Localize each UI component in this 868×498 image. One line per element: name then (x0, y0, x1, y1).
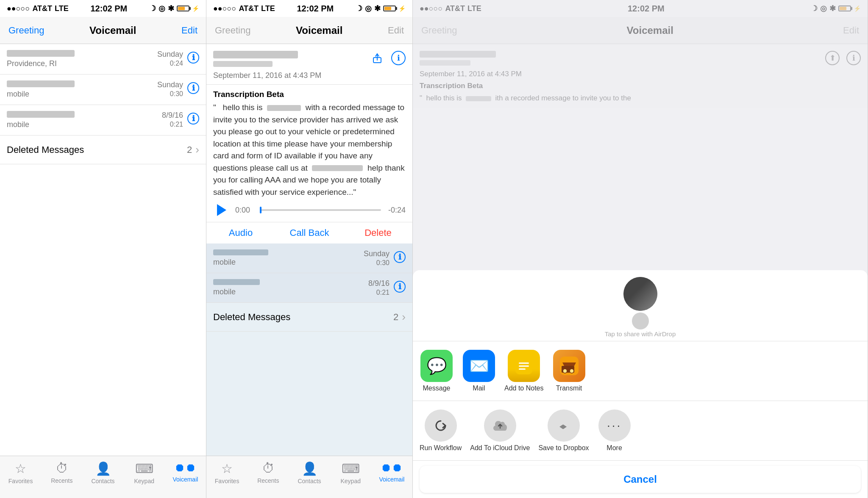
tab-contacts-mid[interactable]: 👤 Contacts (289, 461, 330, 484)
vm-item-3-info[interactable]: ℹ (187, 113, 199, 125)
vm-item-1-left: Providence, RI (7, 50, 157, 68)
vm-item-2-sub: mobile (7, 90, 29, 98)
voicemail-item-2[interactable]: mobile Sunday 0:30 ℹ (0, 75, 206, 105)
vm-list-item-1-dur: 0:30 (376, 259, 389, 267)
vm-list-item-1[interactable]: mobile Sunday 0:30 ℹ (206, 243, 412, 273)
battery-icon-mid (383, 6, 396, 11)
vm-item-1-info[interactable]: ℹ (187, 52, 199, 64)
svg-rect-3 (519, 362, 529, 364)
right-panel: ●●○○○ AT&T LTE 12:02 PM ☽ ◎ ✱ ⚡ Greeting… (413, 0, 868, 498)
share-icon-btn[interactable] (370, 51, 384, 65)
vm-item-1-dur: 0:24 (170, 60, 183, 67)
tab-keypad-left[interactable]: ⌨ Keypad (124, 461, 165, 484)
deleted-messages-label-left: Deleted Messages (7, 144, 84, 155)
status-bar-middle: ●●○○○ AT&T LTE 12:02 PM ☽ ◎ ✱ ⚡ (206, 0, 412, 17)
moon-icon: ☽ (149, 4, 156, 13)
tab-keypad-mid[interactable]: ⌨ Keypad (330, 461, 371, 484)
signal-dots-mid: ●●○○○ (213, 4, 236, 13)
battery-icon-right (838, 6, 851, 11)
vm-list-item-1-info[interactable]: ℹ (394, 251, 406, 263)
tab-favorites-mid[interactable]: ☆ Favorites (206, 461, 248, 484)
cancel-button[interactable]: Cancel (420, 466, 861, 493)
edit-button-right: Edit (843, 25, 859, 36)
vm-list-item-2-sub: mobile (213, 288, 236, 296)
bluetooth-icon-right: ✱ (829, 4, 836, 13)
tab-recents-left[interactable]: ⏱ Recents (41, 461, 82, 484)
deleted-count-mid: 2 (393, 312, 398, 323)
deleted-row-mid[interactable]: Deleted Messages 2 (206, 303, 412, 332)
edit-button-mid[interactable]: Edit (388, 25, 404, 36)
vm-list-item-2-left: mobile (213, 279, 368, 296)
chevron-mid (402, 310, 406, 324)
progress-container[interactable]: 0:00 -0:24 (235, 206, 406, 215)
airdrop-avatar-2 (632, 313, 649, 329)
progress-thumb (260, 207, 262, 213)
left-panel: ●●○○○ Greeting AT&T LTE 12:02 PM ☽ ◎ ✱ ⚡… (0, 0, 206, 498)
vm-list-item-2-date: 8/9/16 (368, 279, 389, 288)
call-back-button[interactable]: Call Back (275, 227, 344, 238)
icloud-icon (484, 409, 516, 442)
share-app-row: 💬 Message ✉️ Mail Add to Notes (413, 341, 868, 401)
delete-button[interactable]: Delete (344, 227, 412, 238)
progress-track[interactable] (260, 209, 381, 211)
vm-item-2-info[interactable]: ℹ (187, 82, 199, 94)
tab-favorites-label-left: Favorites (8, 478, 33, 484)
tab-recents-mid[interactable]: ⏱ Recents (248, 461, 289, 484)
vm-list-item-2-info[interactable]: ℹ (394, 281, 406, 293)
vm-list-item-1-right: Sunday 0:30 (364, 249, 389, 267)
signal-dots: ●●○○○ (7, 4, 30, 13)
voicemail-item-3[interactable]: mobile 8/9/16 0:21 ℹ (0, 105, 206, 136)
audio-button[interactable]: Audio (206, 227, 275, 238)
tab-favorites-left[interactable]: ☆ Favorites (0, 461, 41, 484)
more-icon: ··· (598, 409, 631, 442)
deleted-messages-row-left[interactable]: Deleted Messages 2 (0, 136, 206, 164)
location-icon: ◎ (159, 4, 165, 13)
vm-item-3-date: 8/9/16 (162, 111, 183, 120)
notes-app-icon (508, 350, 540, 382)
svg-rect-4 (519, 365, 529, 367)
tab-voicemail-left[interactable]: ⏺⏺ Voicemail (165, 461, 206, 483)
edit-button-left[interactable]: Edit (181, 25, 198, 36)
share-app-messages[interactable]: 💬 Message (420, 350, 453, 392)
vm-list-item-1-name-blur (213, 249, 268, 255)
share-action-row: Run Workflow Add To iCloud Drive (413, 401, 868, 461)
tab-voicemail-label-mid: Voicemail (379, 476, 404, 483)
status-bar-right: ●●○○○ AT&T LTE 12:02 PM ☽ ◎ ✱ ⚡ (413, 0, 868, 17)
share-app-transmit[interactable]: Transmit (552, 350, 586, 392)
status-left: ●●○○○ Greeting AT&T LTE (7, 4, 69, 13)
action-dropbox[interactable]: Save to Dropbox (538, 409, 589, 452)
greeting-link-left[interactable]: Greeting (8, 25, 44, 36)
greeting-link-mid[interactable]: Greeting (215, 25, 250, 36)
network-right: LTE (467, 4, 481, 13)
dropbox-icon (548, 409, 580, 442)
vm-list-item-2-name-blur (213, 279, 260, 285)
vm-item-2-dur: 0:30 (170, 90, 183, 98)
status-right: ☽ ◎ ✱ ⚡ (149, 4, 199, 13)
vm-detail-sub-blur (213, 61, 273, 67)
play-button[interactable] (213, 202, 230, 219)
right-bg-detail: ⬆ ℹ September 11, 2016 at 4:43 PM Transc… (413, 44, 868, 108)
vm-detail-name-row: ℹ (213, 51, 406, 67)
tab-contacts-left[interactable]: 👤 Contacts (82, 461, 123, 484)
vm-item-3-dur: 0:21 (170, 121, 183, 128)
chevron-icon-left (195, 143, 199, 156)
info-icon-btn[interactable]: ℹ (391, 51, 406, 65)
vm-item-1-sub: Providence, RI (7, 59, 57, 68)
voicemail-item-1[interactable]: Providence, RI Sunday 0:24 ℹ (0, 44, 206, 75)
vm-list-item-2[interactable]: mobile 8/9/16 0:21 ℹ (206, 273, 412, 303)
share-app-mail[interactable]: ✉️ Mail (462, 350, 496, 392)
action-run-workflow[interactable]: Run Workflow (420, 409, 462, 452)
battery-icon (177, 6, 189, 11)
share-app-notes[interactable]: Add to Notes (504, 350, 544, 392)
action-more[interactable]: ··· More (598, 409, 632, 452)
status-right-right: ☽ ◎ ✱ ⚡ (811, 4, 861, 13)
star-icon-mid: ☆ (221, 461, 233, 476)
action-icloud-drive[interactable]: Add To iCloud Drive (470, 409, 530, 452)
bluetooth-icon: ✱ (168, 4, 174, 13)
tab-bar-mid: ☆ Favorites ⏱ Recents 👤 Contacts ⌨ Keypa… (206, 456, 412, 498)
vm-item-1-right: Sunday 0:24 (157, 50, 183, 67)
remaining-time-label: -0:24 (384, 206, 406, 215)
signal-dots-right: ●●○○○ (420, 4, 442, 13)
status-left-mid: ●●○○○ AT&T LTE (213, 4, 275, 13)
tab-voicemail-mid[interactable]: ⏺⏺ Voicemail (371, 461, 412, 483)
